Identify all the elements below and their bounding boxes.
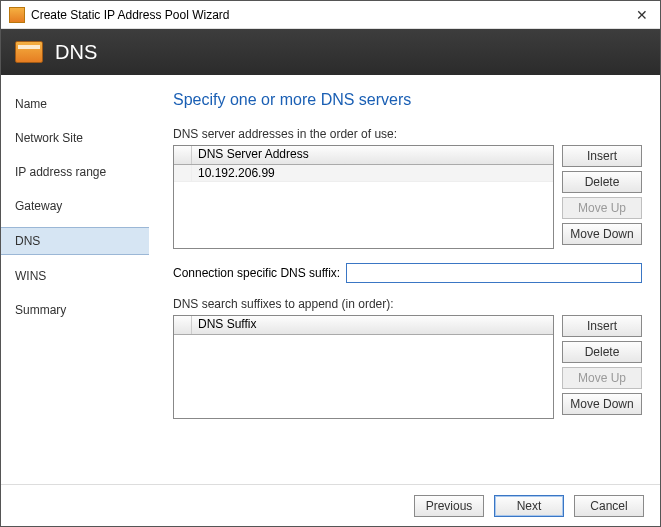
- delete-button[interactable]: Delete: [562, 341, 642, 363]
- banner-icon: [15, 41, 43, 63]
- page-heading: Specify one or more DNS servers: [173, 91, 642, 109]
- search-suffixes-label: DNS search suffixes to append (in order)…: [173, 297, 642, 311]
- row-handle-header: [174, 146, 192, 164]
- insert-button[interactable]: Insert: [562, 315, 642, 337]
- insert-button[interactable]: Insert: [562, 145, 642, 167]
- dns-suffix-label: Connection specific DNS suffix:: [173, 266, 340, 280]
- sidebar: Name Network Site IP address range Gatew…: [1, 75, 149, 484]
- dns-suffix-row: Connection specific DNS suffix:: [173, 263, 642, 283]
- sidebar-item-wins[interactable]: WINS: [1, 263, 149, 289]
- sidebar-item-dns[interactable]: DNS: [1, 227, 149, 255]
- list-header: DNS Suffix: [174, 316, 553, 335]
- sidebar-item-ip-address-range[interactable]: IP address range: [1, 159, 149, 185]
- row-handle[interactable]: [174, 165, 192, 182]
- main-panel: Specify one or more DNS servers DNS serv…: [149, 75, 660, 484]
- row-handle-header: [174, 316, 192, 334]
- sidebar-item-summary[interactable]: Summary: [1, 297, 149, 323]
- search-suffixes-list[interactable]: DNS Suffix: [173, 315, 554, 419]
- app-icon: [9, 7, 25, 23]
- banner: DNS: [1, 29, 660, 75]
- sidebar-item-gateway[interactable]: Gateway: [1, 193, 149, 219]
- next-button[interactable]: Next: [494, 495, 564, 517]
- banner-title: DNS: [55, 41, 97, 64]
- titlebar: Create Static IP Address Pool Wizard ✕: [1, 1, 660, 29]
- dns-server-cell[interactable]: 10.192.206.99: [192, 165, 553, 182]
- list-header: DNS Server Address: [174, 146, 553, 165]
- move-up-button: Move Up: [562, 197, 642, 219]
- previous-button[interactable]: Previous: [414, 495, 484, 517]
- dns-servers-block: DNS Server Address 10.192.206.99 Insert …: [173, 145, 642, 249]
- sidebar-item-network-site[interactable]: Network Site: [1, 125, 149, 151]
- search-suffixes-buttons: Insert Delete Move Up Move Down: [562, 315, 642, 419]
- cancel-button[interactable]: Cancel: [574, 495, 644, 517]
- dns-suffix-column[interactable]: DNS Suffix: [192, 316, 553, 334]
- table-row[interactable]: 10.192.206.99: [174, 165, 553, 182]
- dns-servers-list[interactable]: DNS Server Address 10.192.206.99: [173, 145, 554, 249]
- search-suffixes-block: DNS Suffix Insert Delete Move Up Move Do…: [173, 315, 642, 419]
- window-title: Create Static IP Address Pool Wizard: [31, 8, 632, 22]
- delete-button[interactable]: Delete: [562, 171, 642, 193]
- sidebar-item-name[interactable]: Name: [1, 91, 149, 117]
- dns-servers-buttons: Insert Delete Move Up Move Down: [562, 145, 642, 249]
- close-icon[interactable]: ✕: [632, 7, 652, 23]
- dns-servers-label: DNS server addresses in the order of use…: [173, 127, 642, 141]
- dns-server-address-column[interactable]: DNS Server Address: [192, 146, 553, 164]
- footer: Previous Next Cancel: [1, 484, 660, 526]
- dns-suffix-input[interactable]: [346, 263, 642, 283]
- move-down-button[interactable]: Move Down: [562, 393, 642, 415]
- wizard-window: Create Static IP Address Pool Wizard ✕ D…: [0, 0, 661, 527]
- move-down-button[interactable]: Move Down: [562, 223, 642, 245]
- move-up-button: Move Up: [562, 367, 642, 389]
